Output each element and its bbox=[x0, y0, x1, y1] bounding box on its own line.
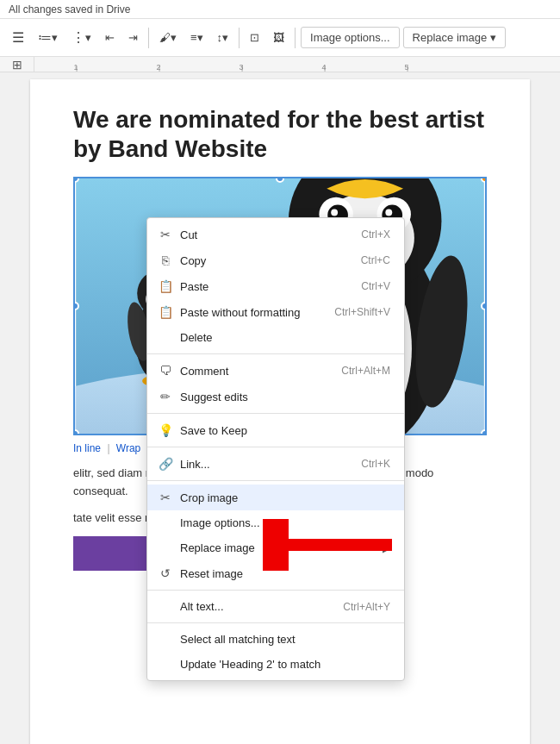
indent-decrease-button[interactable]: ⇤ bbox=[100, 28, 120, 47]
menu-item-suggest-left: ✏ Suggest edits bbox=[158, 390, 248, 403]
suggest-icon: ✏ bbox=[158, 390, 173, 403]
handle-bottom-right[interactable] bbox=[481, 429, 487, 435]
align-button[interactable]: ≡ ▾ bbox=[185, 28, 208, 47]
menu-divider-5 bbox=[147, 590, 404, 591]
ruler-mark-1: 1 bbox=[34, 63, 117, 72]
menu-item-paste-without-formatting[interactable]: 📋 Paste without formatting Ctrl+Shift+V bbox=[147, 299, 404, 325]
menu-item-reset-image[interactable]: ↺ Reset image bbox=[147, 560, 404, 586]
list-icon-button[interactable]: ☰ bbox=[7, 26, 29, 49]
menu-item-save-to-keep[interactable]: 💡 Save to Keep bbox=[147, 417, 404, 443]
menu-item-update-label: Update 'Heading 2' to match bbox=[180, 658, 320, 671]
replace-image-arrow: ▶ bbox=[383, 542, 390, 554]
document-area: We are nominated for the best artist by … bbox=[0, 72, 560, 744]
toolbar-separator-2 bbox=[239, 28, 240, 48]
menu-item-link[interactable]: 🔗 Link... Ctrl+K bbox=[147, 451, 404, 477]
menu-item-image-options[interactable]: Image options... bbox=[147, 510, 404, 535]
menu-item-paste-label: Paste bbox=[180, 280, 208, 293]
replace-image-button[interactable]: Replace image ▾ bbox=[403, 27, 507, 48]
menu-item-crop-image[interactable]: ✂ Crop image bbox=[147, 485, 404, 510]
indent-increase-button[interactable]: ⇥ bbox=[123, 28, 143, 47]
menu-item-comment[interactable]: 🗨 Comment Ctrl+Alt+M bbox=[147, 358, 404, 384]
bulleted-list-icon: ≔ bbox=[38, 29, 52, 46]
chevron-down-icon: ▾ bbox=[52, 31, 58, 44]
menu-item-reset-left: ↺ Reset image bbox=[158, 566, 243, 580]
paste-icon: 📋 bbox=[158, 279, 173, 293]
indent-increase-icon: ⇥ bbox=[128, 31, 138, 44]
svg-point-26 bbox=[385, 209, 392, 216]
copy-icon: ⎘ bbox=[158, 253, 173, 267]
menu-item-keep-label: Save to Keep bbox=[180, 424, 247, 437]
bulleted-list-button[interactable]: ≔ ▾ bbox=[33, 26, 63, 49]
menu-item-copy-left: ⎘ Copy bbox=[158, 253, 206, 267]
ruler-icon: ⊞ bbox=[12, 58, 22, 72]
handle-bottom-left[interactable] bbox=[73, 429, 79, 435]
menu-divider-1 bbox=[147, 353, 404, 354]
link-icon: 🔗 bbox=[158, 457, 173, 471]
menu-item-comment-label: Comment bbox=[180, 365, 228, 378]
menu-item-delete[interactable]: Delete bbox=[147, 325, 404, 350]
menu-divider-4 bbox=[147, 480, 404, 481]
heading-text[interactable]: We are nominated for the best artist by … bbox=[73, 105, 487, 163]
toolbar: ☰ ≔ ▾ ⋮ ▾ ⇤ ⇥ 🖌 ▾ ≡ ▾ ↕ ▾ ⊡ 🖼 Image opti… bbox=[0, 19, 560, 57]
numbered-list-button[interactable]: ⋮ ▾ bbox=[66, 26, 96, 49]
ruler-mark-4: 4 bbox=[283, 63, 365, 72]
menu-item-copy[interactable]: ⎘ Copy Ctrl+C bbox=[147, 247, 404, 273]
menu-item-pwf-left: 📋 Paste without formatting bbox=[158, 305, 300, 319]
menu-divider-6 bbox=[147, 622, 404, 623]
menu-item-cut[interactable]: ✂ Cut Ctrl+X bbox=[147, 222, 404, 247]
alt-text-button[interactable]: 🖼 bbox=[268, 28, 289, 47]
menu-item-paste-left: 📋 Paste bbox=[158, 279, 208, 293]
ruler-mark-5: 5 bbox=[365, 63, 448, 72]
menu-item-select-all-label: Select all matching text bbox=[180, 633, 296, 646]
menu-item-crop-label: Crop image bbox=[180, 491, 238, 504]
ruler-left-marker: ⊞ bbox=[0, 57, 34, 72]
context-menu: ✂ Cut Ctrl+X ⎘ Copy Ctrl+C 📋 Paste Ctrl+… bbox=[146, 217, 405, 681]
menu-item-crop-left: ✂ Crop image bbox=[158, 491, 238, 504]
copy-shortcut: Ctrl+C bbox=[361, 254, 390, 266]
crop-button[interactable]: ⊡ bbox=[245, 28, 264, 47]
menu-item-alt-text[interactable]: Alt text... Ctrl+Alt+Y bbox=[147, 594, 404, 619]
wrap-option[interactable]: Wrap bbox=[116, 442, 140, 454]
ruler-mark-3: 3 bbox=[200, 63, 283, 72]
cut-shortcut: Ctrl+X bbox=[361, 228, 390, 241]
chevron-down-icon-3: ▾ bbox=[171, 31, 177, 44]
menu-item-image-options-label: Image options... bbox=[180, 516, 260, 529]
reset-image-icon: ↺ bbox=[158, 566, 173, 580]
svg-point-23 bbox=[331, 209, 338, 216]
menu-item-delete-left: Delete bbox=[158, 331, 213, 344]
wrap-separator: | bbox=[107, 442, 109, 454]
align-icon: ≡ bbox=[190, 31, 197, 44]
handle-middle-right[interactable] bbox=[481, 302, 487, 310]
saved-status: All changes saved in Drive bbox=[9, 3, 130, 16]
menu-item-cut-left: ✂ Cut bbox=[158, 228, 197, 241]
menu-item-select-all[interactable]: Select all matching text bbox=[147, 627, 404, 652]
menu-item-suggest-edits[interactable]: ✏ Suggest edits bbox=[147, 384, 404, 410]
menu-item-update-left: Update 'Heading 2' to match bbox=[158, 658, 320, 671]
menu-item-paste[interactable]: 📋 Paste Ctrl+V bbox=[147, 273, 404, 299]
inline-option[interactable]: In line bbox=[73, 442, 101, 454]
ruler-marks: 1 2 3 4 5 bbox=[34, 57, 448, 72]
menu-item-alt-label: Alt text... bbox=[180, 600, 224, 613]
menu-item-image-options-left: Image options... bbox=[158, 516, 260, 529]
menu-item-replace-image[interactable]: Replace image ▶ bbox=[147, 535, 404, 560]
line-spacing-button[interactable]: ↕ ▾ bbox=[212, 28, 234, 47]
cut-icon: ✂ bbox=[158, 228, 173, 241]
menu-item-pwf-label: Paste without formatting bbox=[180, 306, 300, 319]
menu-item-link-left: 🔗 Link... bbox=[158, 457, 210, 471]
image-options-button[interactable]: Image options... bbox=[301, 27, 400, 48]
comment-shortcut: Ctrl+Alt+M bbox=[341, 365, 390, 377]
menu-item-comment-left: 🗨 Comment bbox=[158, 364, 228, 378]
replace-image-chevron: ▾ bbox=[490, 31, 496, 44]
doc-page: We are nominated for the best artist by … bbox=[30, 79, 530, 744]
menu-item-delete-label: Delete bbox=[180, 331, 213, 344]
paint-format-button[interactable]: 🖌 ▾ bbox=[154, 28, 182, 47]
menu-item-copy-label: Copy bbox=[180, 254, 206, 267]
menu-item-reset-label: Reset image bbox=[180, 567, 243, 580]
menu-item-replace-label: Replace image bbox=[180, 541, 255, 554]
chevron-down-icon-4: ▾ bbox=[197, 31, 203, 44]
alt-text-shortcut: Ctrl+Alt+Y bbox=[343, 601, 390, 613]
menu-item-update-heading[interactable]: Update 'Heading 2' to match bbox=[147, 652, 404, 677]
menu-item-link-label: Link... bbox=[180, 458, 210, 471]
menu-item-keep-left: 💡 Save to Keep bbox=[158, 423, 247, 437]
pwf-shortcut: Ctrl+Shift+V bbox=[334, 306, 390, 318]
